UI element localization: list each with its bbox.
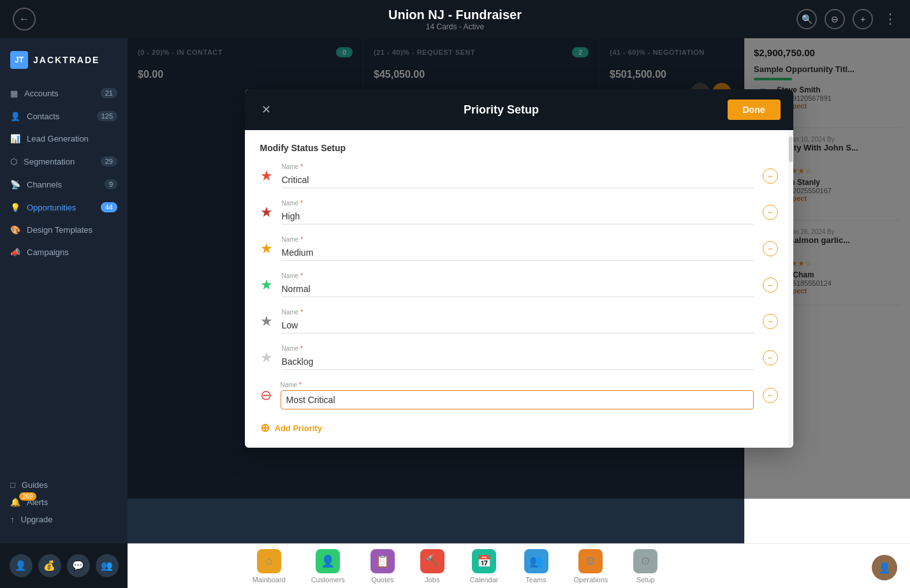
critical-name-label: Name * [282,163,754,170]
contacts-badge: 125 [97,111,117,121]
opportunities-icon: 💡 [10,203,20,212]
normal-remove-button[interactable]: − [763,277,778,293]
modal-body: Modify Status Setup ★ Name * − ★ Name * [245,130,793,448]
nav-item-jobs[interactable]: 🔨 Jobs [407,544,457,589]
user-profile-avatar[interactable]: 👤 [872,555,897,580]
quotes-nav-label: Quotes [371,576,393,584]
medium-name-label: Name * [282,236,754,243]
nav-item-calendar[interactable]: 📅 Calendar [457,544,511,589]
top-bar: ← Union NJ - Fundraiser 14 Cards - Activ… [0,0,910,38]
accounts-label: Accounts [24,89,58,98]
nav-item-quotes[interactable]: 📋 Quotes [358,544,407,589]
modal-close-button[interactable]: ✕ [258,101,275,119]
opportunities-label: Opportunities [27,203,76,212]
critical-remove-button[interactable]: − [763,168,778,184]
modal-done-button[interactable]: Done [728,99,781,120]
backlog-name-input[interactable] [282,354,754,370]
low-name-label: Name * [282,309,754,316]
lead-gen-label: Lead Generation [27,134,89,143]
search-icon[interactable]: 🔍 [796,9,817,29]
priority-row-low: ★ Name * − [260,309,778,334]
bl-icon-user[interactable]: 👤 [10,554,33,577]
nav-item-setup[interactable]: ⚙ Setup [620,544,670,589]
sidebar-item-channels[interactable]: 📡 Channels 9 [0,173,128,196]
high-remove-button[interactable]: − [763,205,778,220]
design-icon: 🎨 [10,225,20,235]
modal-overlay: ✕ Priority Setup Done Modify Status Setu… [128,38,910,499]
customers-nav-icon: 👤 [316,549,340,573]
critical-name-input[interactable] [282,172,754,188]
modal-scrollbar[interactable] [788,130,793,448]
low-name-input[interactable] [282,318,754,334]
nav-item-teams[interactable]: 👥 Teams [511,544,561,589]
bottom-nav: ⌂ Mainboard 👤 Customers 📋 Quotes 🔨 Jobs … [0,543,910,588]
upgrade-icon: ↑ [10,515,15,524]
opportunities-badge: 44 [101,202,117,212]
critical-star-icon: ★ [260,168,273,184]
teams-nav-label: Teams [525,576,546,584]
logo-icon: JT [10,51,28,69]
sidebar-item-design-templates[interactable]: 🎨 Design Templates [0,219,128,241]
page-title: Union NJ - Fundraiser [388,8,522,22]
channels-badge: 9 [105,179,117,189]
normal-name-input[interactable] [282,281,754,297]
priority-row-most-critical: ⊖ Name * − [260,381,778,409]
alerts-icon: 🔔 [10,497,20,507]
contacts-icon: 👤 [10,112,20,121]
add-priority-button[interactable]: ⊕ Add Priority [260,421,778,435]
back-icon: ← [19,13,29,25]
low-remove-button[interactable]: − [763,314,778,329]
priority-row-backlog: ★ Name * − [260,345,778,370]
priority-row-high: ★ Name * − [260,200,778,224]
channels-icon: 📡 [10,180,20,189]
bl-icon-money[interactable]: 💰 [38,554,61,577]
low-star-icon: ★ [260,313,273,330]
operations-nav-icon: ⚙ [578,549,603,573]
mainboard-nav-label: Mainboard [253,576,286,584]
nav-item-customers[interactable]: 👤 Customers [298,544,358,589]
backlog-star-icon: ★ [260,349,273,366]
sidebar-item-segmentation[interactable]: ⬡ Segmentation 29 [0,150,128,173]
accounts-icon: ▦ [10,89,18,98]
medium-star-icon: ★ [260,240,273,257]
high-name-input[interactable] [282,209,754,224]
medium-name-input[interactable] [282,245,754,261]
main-content: (0 - 20)% - IN CONTACT 0 $0.00 (21 - 40)… [128,38,910,543]
modal-title: Priority Setup [464,103,539,117]
setup-nav-icon: ⚙ [633,549,657,573]
guides-button[interactable]: □ Guides [10,480,117,490]
lead-gen-icon: 📊 [10,134,20,143]
bl-icon-chat[interactable]: 💬 [67,554,90,577]
back-button[interactable]: ← [13,8,36,31]
add-priority-icon: ⊕ [260,421,270,435]
normal-name-label: Name * [282,272,754,279]
sidebar-item-campaigns[interactable]: 📣 Campaigns [0,241,128,263]
filter-icon[interactable]: ⊖ [825,9,845,29]
nav-item-mainboard[interactable]: ⌂ Mainboard [240,544,298,589]
sidebar-item-lead-generation[interactable]: 📊 Lead Generation [0,128,128,150]
backlog-remove-button[interactable]: − [763,350,778,365]
sidebar-item-contacts[interactable]: 👤 Contacts 125 [0,105,128,128]
sidebar-item-opportunities[interactable]: 💡 Opportunities 44 [0,196,128,219]
normal-star-icon: ★ [260,277,273,293]
more-menu-icon[interactable]: ⋮ [881,11,897,27]
upgrade-button[interactable]: ↑ Upgrade [10,515,117,524]
campaigns-label: Campaigns [27,247,69,257]
medium-remove-button[interactable]: − [763,241,778,256]
alerts-badge: 269 [19,492,36,501]
alerts-button[interactable]: 🔔 Alerts 269 [10,497,117,507]
most-critical-name-label: Name * [281,381,754,388]
calendar-nav-icon: 📅 [472,549,496,573]
high-name-label: Name * [282,200,754,207]
most-critical-name-input[interactable] [281,390,754,409]
modal-header: ✕ Priority Setup Done [245,89,793,130]
page-subtitle: 14 Cards - Active [388,22,522,31]
priority-row-normal: ★ Name * − [260,272,778,297]
add-icon[interactable]: + [853,9,873,29]
sidebar-item-accounts[interactable]: ▦ Accounts 21 [0,82,128,105]
nav-item-operations[interactable]: ⚙ Operations [561,544,621,589]
accounts-badge: 21 [101,88,117,98]
sidebar-logo: JT JACKTRADE [0,45,128,82]
most-critical-remove-button[interactable]: − [763,388,778,403]
bl-icon-team[interactable]: 👥 [96,554,119,577]
